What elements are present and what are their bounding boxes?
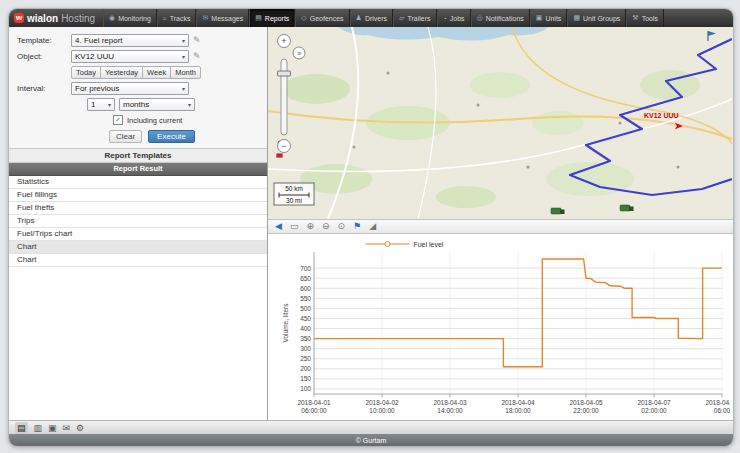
nav-item-label: Units bbox=[545, 15, 561, 22]
chart-background bbox=[268, 236, 730, 420]
zoom-in-icon[interactable]: ⊕ bbox=[306, 220, 314, 233]
result-item-trips[interactable]: Trips bbox=[9, 215, 267, 228]
interval-count-select[interactable]: 1 bbox=[87, 98, 115, 111]
navbar-items: ◉Monitoring≈Tracks✉Messages▤Reports◇Geof… bbox=[103, 9, 664, 27]
nav-item-label: Notifications bbox=[486, 15, 524, 22]
report-result-header: Report Result bbox=[9, 163, 267, 176]
nav-item-tracks[interactable]: ≈Tracks bbox=[157, 9, 197, 27]
chart-ytick-label: 450 bbox=[300, 315, 311, 322]
nav-item-tools[interactable]: ⚒Tools bbox=[626, 9, 664, 27]
map-scale-km: 50 km bbox=[285, 185, 303, 192]
zoom-slider-handle bbox=[278, 71, 291, 76]
reset-zoom-icon[interactable]: ⊙ bbox=[338, 220, 346, 233]
chart-area: 1001502002503003504004505005506006507002… bbox=[268, 236, 733, 420]
chart-ytick-label: 700 bbox=[300, 265, 311, 272]
print-icon[interactable]: ▤ bbox=[15, 422, 28, 434]
chart-ytick-label: 300 bbox=[300, 345, 311, 352]
map-scale-mi: 30 mi bbox=[286, 197, 302, 204]
range-button-today[interactable]: Today bbox=[71, 66, 101, 79]
logo-suffix-text: Hosting bbox=[61, 13, 95, 24]
interval-unit-select[interactable]: months bbox=[119, 98, 195, 111]
result-item-fuel-fillings[interactable]: Fuel fillings bbox=[9, 189, 267, 202]
execute-button[interactable]: Execute bbox=[148, 130, 195, 143]
clear-button[interactable]: Clear bbox=[109, 130, 142, 143]
nav-item-label: Reports bbox=[265, 15, 290, 22]
copy-icon[interactable]: ▣ bbox=[48, 422, 57, 434]
chart-ytick-label: 650 bbox=[300, 275, 311, 282]
area-zoom-icon[interactable]: ▭ bbox=[290, 220, 299, 233]
report-form: Template: 4. Fuel report ✎ Object: KV12 … bbox=[9, 27, 267, 148]
nav-item-label: Unit Groups bbox=[583, 15, 620, 22]
chart-xtick-label: 2018-04-0106:00:00 bbox=[297, 399, 331, 414]
including-current-checkbox[interactable] bbox=[113, 115, 123, 125]
template-edit-icon[interactable]: ✎ bbox=[193, 35, 201, 45]
result-item-fuel-trips-chart[interactable]: Fuel/Trips chart bbox=[9, 228, 267, 241]
range-button-week[interactable]: Week bbox=[142, 66, 171, 79]
tracking-flag-icon[interactable]: ⚑ bbox=[353, 220, 361, 233]
range-button-month[interactable]: Month bbox=[170, 66, 201, 79]
result-item-statistics[interactable]: Statistics bbox=[9, 176, 267, 189]
range-button-yesterday[interactable]: Yesterday bbox=[100, 66, 143, 79]
right-area: KV12 UUU bbox=[268, 27, 733, 420]
object-edit-icon[interactable]: ✎ bbox=[193, 51, 201, 61]
fuel-chart[interactable]: 1001502002503003504004505005506006507002… bbox=[268, 236, 730, 420]
chart-ytick-label: 200 bbox=[300, 365, 311, 372]
graph-mode-icon[interactable]: ◢ bbox=[369, 220, 376, 233]
copyright-text: © Gurtam bbox=[356, 437, 386, 444]
map-layers-button[interactable]: ≡ bbox=[293, 47, 305, 59]
chart-y-axis-label: Volume, liters bbox=[282, 303, 289, 343]
nav-item-label: Messages bbox=[211, 15, 243, 22]
nav-item-label: Tracks bbox=[170, 15, 191, 22]
chart-toolbar: ◀▭⊕⊖⊙⚑◢ bbox=[268, 219, 733, 234]
back-icon[interactable]: ◀ bbox=[275, 220, 282, 233]
main-area: Template: 4. Fuel report ✎ Object: KV12 … bbox=[9, 27, 733, 420]
nav-item-monitoring[interactable]: ◉Monitoring bbox=[103, 9, 157, 27]
nav-item-unit-groups[interactable]: ▦Unit Groups bbox=[567, 9, 626, 27]
nav-item-reports[interactable]: ▤Reports bbox=[249, 9, 295, 27]
template-select[interactable]: 4. Fuel report bbox=[71, 34, 189, 47]
result-item-chart[interactable]: Chart bbox=[9, 254, 267, 267]
interval-count-value: 1 bbox=[91, 100, 95, 109]
chart-ytick-label: 150 bbox=[300, 375, 311, 382]
nav-item-label: Geofences bbox=[310, 15, 344, 22]
map-zoom-out-button[interactable]: − bbox=[278, 140, 291, 153]
export-file-icon[interactable]: ▥ bbox=[34, 422, 43, 434]
map-zoom-in-button[interactable]: + bbox=[278, 35, 291, 48]
layers-icon: ≡ bbox=[297, 50, 301, 57]
interval-label: Interval: bbox=[17, 84, 67, 93]
svg-text:−: − bbox=[281, 141, 286, 151]
nav-item-jobs[interactable]: ◔Jobs bbox=[437, 9, 471, 27]
nav-item-units[interactable]: ▣Units bbox=[530, 9, 568, 27]
chart-ytick-label: 350 bbox=[300, 335, 311, 342]
date-ranges-row: TodayYesterdayWeekMonth bbox=[9, 63, 267, 79]
nav-item-notifications[interactable]: ◎Notifications bbox=[471, 9, 530, 27]
messages-icon: ✉ bbox=[202, 14, 208, 22]
nav-item-label: Tools bbox=[642, 15, 658, 22]
nav-item-drivers[interactable]: ♟Drivers bbox=[350, 9, 393, 27]
unit-groups-icon: ▦ bbox=[573, 14, 580, 22]
footer-bar: © Gurtam bbox=[9, 434, 733, 446]
chart-ytick-label: 500 bbox=[300, 305, 311, 312]
settings-icon[interactable]: ⚙ bbox=[76, 422, 84, 434]
map-canvas[interactable]: KV12 UUU bbox=[268, 27, 732, 219]
nav-item-trailers[interactable]: ▱Trailers bbox=[393, 9, 436, 27]
wialon-logo: w wialonHosting bbox=[14, 13, 95, 24]
trailers-icon: ▱ bbox=[399, 14, 404, 22]
chevron-down-icon bbox=[179, 52, 185, 61]
chevron-down-icon bbox=[179, 36, 185, 45]
nav-item-geofences[interactable]: ◇Geofences bbox=[295, 9, 349, 27]
chart-ytick-label: 250 bbox=[300, 355, 311, 362]
svg-text:+: + bbox=[281, 36, 286, 46]
object-select[interactable]: KV12 UUU bbox=[71, 50, 189, 63]
interval-select[interactable]: For previous bbox=[71, 82, 189, 95]
interval-select-value: For previous bbox=[75, 84, 119, 93]
report-result-list: StatisticsFuel fillingsFuel theftsTripsF… bbox=[9, 176, 267, 267]
report-panel: Template: 4. Fuel report ✎ Object: KV12 … bbox=[9, 27, 268, 420]
zoom-out-icon[interactable]: ⊖ bbox=[322, 220, 330, 233]
template-select-value: 4. Fuel report bbox=[75, 36, 123, 45]
map[interactable]: KV12 UUU bbox=[268, 27, 733, 219]
email-icon[interactable]: ✉ bbox=[63, 422, 71, 434]
nav-item-messages[interactable]: ✉Messages bbox=[196, 9, 249, 27]
result-item-fuel-thefts[interactable]: Fuel thefts bbox=[9, 202, 267, 215]
result-item-chart[interactable]: Chart bbox=[9, 241, 267, 254]
